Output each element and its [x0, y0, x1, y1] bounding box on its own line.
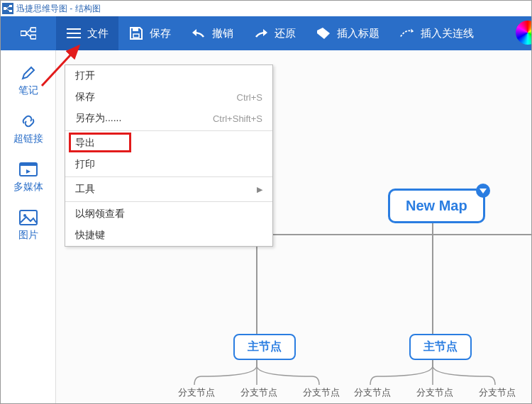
menu-label: 快捷键 [75, 229, 105, 242]
sidebar-label: 图片 [18, 229, 38, 242]
save-button[interactable]: 保存 [118, 16, 181, 50]
main-node[interactable]: 主节点 [233, 334, 296, 360]
left-sidebar: 笔记 超链接 多媒体 图片 [1, 50, 56, 403]
insert-title-label: 插入标题 [337, 27, 379, 40]
svg-rect-5 [21, 31, 26, 35]
svg-line-8 [26, 30, 31, 34]
menu-separator [65, 176, 272, 177]
pencil-icon [18, 64, 38, 82]
svg-rect-0 [4, 7, 6, 10]
menu-label: 另存为...... [75, 112, 121, 125]
relation-arrow-icon [399, 26, 415, 41]
menu-item-shortcuts[interactable]: 快捷键 [65, 225, 272, 246]
sidebar-label: 多媒体 [13, 181, 43, 193]
link-icon [18, 113, 38, 130]
menu-label: 导出 [75, 137, 95, 150]
menu-item-saveas[interactable]: 另存为...... Ctrl+Shift+S [65, 108, 272, 129]
branch-node[interactable]: 分支节点 [178, 386, 215, 399]
insert-relation-button[interactable]: 插入关连线 [389, 16, 484, 50]
menu-label: 打印 [75, 158, 95, 171]
undo-label: 撤销 [212, 27, 233, 40]
undo-button[interactable]: 撤销 [181, 16, 243, 50]
file-menu-button[interactable]: 文件 [56, 16, 118, 50]
app-icon [2, 3, 13, 14]
tag-plus-icon: + [316, 26, 331, 41]
svg-rect-7 [31, 35, 36, 39]
floppy-icon [128, 26, 144, 41]
insert-title-button[interactable]: + 插入标题 [306, 16, 389, 50]
branch-node[interactable]: 分支节点 [354, 386, 391, 399]
main-node[interactable]: 主节点 [409, 334, 472, 360]
app-title: 迅捷思维导图 - 结构图 [16, 3, 101, 15]
branch-node[interactable]: 分支节点 [416, 386, 453, 399]
sidebar-item-image[interactable]: 图片 [18, 209, 38, 242]
mindmap-mode-button[interactable] [1, 16, 56, 50]
branch-node[interactable]: 分支节点 [479, 386, 516, 399]
svg-rect-4 [9, 10, 12, 12]
menu-item-open[interactable]: 打开 [65, 65, 272, 86]
redo-label: 还原 [275, 27, 296, 40]
svg-line-2 [6, 9, 9, 11]
svg-text:+: + [326, 26, 330, 33]
undo-icon [191, 26, 206, 41]
menu-separator [65, 201, 272, 202]
menu-label: 保存 [75, 91, 95, 103]
svg-rect-6 [31, 28, 36, 32]
sidebar-label: 超链接 [13, 133, 43, 145]
file-dropdown-menu: 打开 保存 Ctrl+S 另存为...... Ctrl+Shift+S 导出 打… [65, 64, 273, 247]
submenu-arrow-icon: ▶ [257, 185, 262, 194]
svg-line-9 [26, 33, 31, 37]
root-node[interactable]: New Map [388, 189, 485, 223]
svg-rect-14 [133, 34, 139, 38]
branch-node[interactable]: 分支节点 [303, 386, 340, 399]
menu-label: 以纲领查看 [75, 208, 125, 220]
sidebar-item-note[interactable]: 笔记 [18, 64, 38, 97]
file-label: 文件 [87, 27, 109, 40]
main-node-label: 主节点 [423, 340, 458, 352]
main-node-label: 主节点 [248, 340, 282, 352]
svg-rect-18 [20, 211, 37, 225]
menu-item-tools[interactable]: 工具 ▶ [65, 179, 272, 200]
insert-relation-label: 插入关连线 [421, 27, 474, 40]
title-bar: 迅捷思维导图 - 结构图 [1, 1, 531, 16]
svg-line-1 [6, 6, 9, 9]
sidebar-item-hyperlink[interactable]: 超链接 [13, 113, 43, 145]
media-icon [18, 161, 38, 178]
main-toolbar: 文件 保存 撤销 还原 + 插入标题 插入关连线 [1, 16, 531, 50]
expand-toggle-icon[interactable] [476, 184, 490, 198]
menu-item-outline[interactable]: 以纲领查看 [65, 203, 272, 225]
menu-item-export[interactable]: 导出 [65, 133, 272, 154]
sidebar-item-media[interactable]: 多媒体 [13, 161, 43, 193]
menu-shortcut: Ctrl+Shift+S [213, 113, 262, 124]
menu-item-print[interactable]: 打印 [65, 154, 272, 175]
root-node-label: New Map [406, 198, 467, 213]
svg-rect-3 [9, 5, 12, 7]
save-label: 保存 [150, 27, 171, 40]
mindmap-icon [21, 26, 36, 41]
menu-item-save[interactable]: 保存 Ctrl+S [65, 86, 272, 108]
redo-button[interactable]: 还原 [243, 16, 306, 50]
hamburger-icon [66, 26, 82, 41]
branch-node[interactable]: 分支节点 [240, 386, 277, 399]
menu-shortcut: Ctrl+S [237, 92, 262, 103]
svg-rect-17 [20, 163, 37, 166]
menu-label: 打开 [75, 69, 95, 82]
redo-icon [253, 26, 269, 41]
menu-label: 工具 [75, 183, 95, 196]
menu-separator [65, 130, 272, 131]
image-icon [18, 209, 38, 226]
svg-rect-13 [133, 28, 138, 31]
sidebar-label: 笔记 [18, 84, 38, 97]
